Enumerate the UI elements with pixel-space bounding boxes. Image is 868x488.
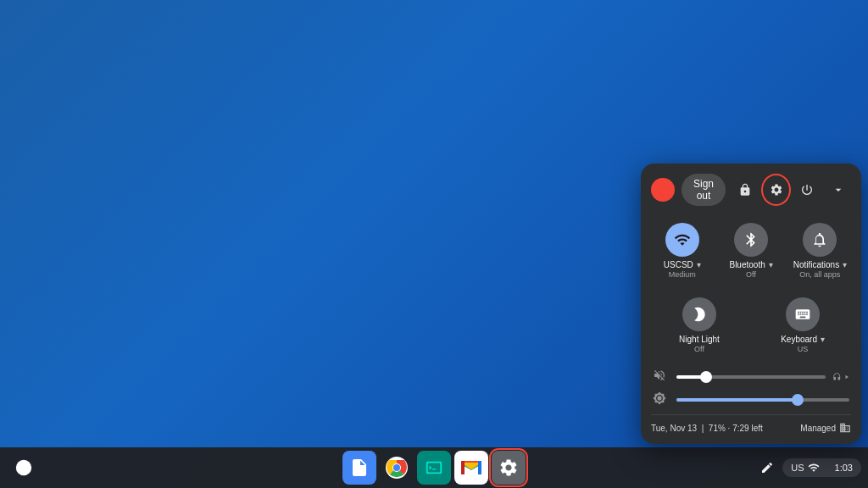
settings-app[interactable]: [492, 451, 526, 485]
notifications-sublabel: On, all apps: [799, 270, 840, 279]
network-sublabel: Medium: [669, 270, 696, 279]
keyboard-sublabel: US: [798, 345, 809, 353]
battery-label: 71% · 7:29 left: [709, 424, 763, 433]
expand-button[interactable]: [826, 176, 851, 203]
keyboard-toggle-icon: [786, 297, 820, 331]
svg-point-4: [393, 464, 400, 471]
notifications-toggle[interactable]: Notifications ▾ On, all apps: [789, 218, 851, 284]
settings-button[interactable]: [764, 176, 788, 203]
wifi-tray-icon: [808, 462, 820, 474]
taskbar-right: US 1:03: [757, 458, 861, 477]
launcher-button[interactable]: [7, 451, 41, 485]
avatar: [651, 178, 675, 202]
clock-label: 1:03: [835, 463, 853, 473]
lock-button[interactable]: [732, 176, 757, 203]
launcher-icon: [14, 458, 33, 477]
bluetooth-toggle-icon: [734, 223, 768, 257]
toggles-row-2: Night Light Off Keyboard ▾ US: [651, 292, 851, 358]
date-battery-label: Tue, Nov 13 | 71% · 7:29 left: [651, 424, 763, 433]
toggles-row-1: USCSD ▾ Medium Bluetooth ▾ Off: [651, 218, 851, 284]
chevron-down-icon: [832, 183, 845, 197]
keyboard-label: Keyboard ▾: [781, 335, 825, 345]
keyboard-layout-label: US: [791, 463, 804, 473]
quick-settings-panel: Sign out: [641, 164, 861, 444]
volume-mute-icon: [653, 369, 670, 385]
stylus-tray-button[interactable]: [757, 459, 777, 476]
svg-rect-7: [478, 461, 481, 474]
managed-label: Managed: [800, 424, 836, 433]
svg-rect-6: [461, 461, 465, 474]
volume-slider[interactable]: [676, 375, 826, 379]
keyboard-toggle[interactable]: Keyboard ▾ US: [754, 292, 851, 358]
night-light-toggle[interactable]: Night Light Off: [651, 292, 748, 358]
settings-icon: [770, 183, 783, 197]
night-light-toggle-icon: [682, 297, 716, 331]
night-light-sublabel: Off: [694, 345, 704, 353]
stylus-icon: [760, 461, 774, 474]
qs-footer: Tue, Nov 13 | 71% · 7:29 left Managed: [651, 414, 851, 434]
svg-point-0: [16, 460, 31, 475]
power-button[interactable]: [795, 176, 820, 203]
brightness-slider-row: [651, 391, 851, 408]
system-tray[interactable]: US 1:03: [782, 458, 861, 477]
date-label: Tue, Nov 13: [651, 424, 697, 433]
notifications-toggle-icon: [803, 223, 837, 257]
bluetooth-sublabel: Off: [746, 270, 756, 279]
clock-icon: [823, 463, 832, 472]
network-toggle[interactable]: USCSD ▾ Medium: [651, 218, 713, 284]
chrome-app[interactable]: [380, 451, 414, 485]
managed-icon: [839, 422, 851, 434]
taskbar-left: [7, 451, 41, 485]
settings-app-icon: [498, 458, 519, 478]
night-light-label: Night Light: [679, 335, 720, 345]
bluetooth-label: Bluetooth ▾: [729, 260, 772, 270]
network-toggle-icon: [665, 223, 699, 257]
qs-header: Sign out: [651, 174, 851, 206]
brightness-slider[interactable]: [676, 398, 849, 402]
volume-slider-row: [651, 369, 851, 385]
docs-app[interactable]: [342, 451, 376, 485]
gmail-app[interactable]: [454, 451, 488, 485]
crostini-app[interactable]: [417, 451, 451, 485]
brightness-icon: [653, 391, 670, 408]
network-label: USCSD ▾: [664, 260, 701, 270]
lock-icon: [738, 183, 752, 197]
power-icon: [800, 183, 814, 197]
headphones-icon: [832, 371, 849, 383]
taskbar: US 1:03: [0, 447, 868, 488]
sign-out-button[interactable]: Sign out: [682, 174, 726, 206]
taskbar-center: [342, 451, 526, 485]
notifications-label: Notifications ▾: [793, 260, 847, 270]
bluetooth-toggle[interactable]: Bluetooth ▾ Off: [720, 218, 782, 284]
managed-section: Managed: [800, 422, 851, 434]
desktop: Sign out: [0, 0, 868, 488]
